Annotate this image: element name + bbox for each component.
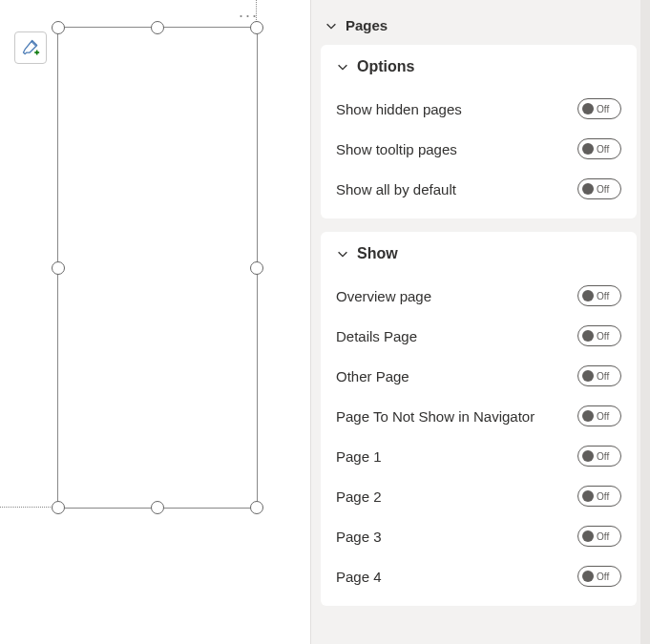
toggle-state: Off bbox=[597, 531, 609, 542]
show-row: Overview page Off bbox=[336, 276, 621, 316]
resize-handle-top-mid[interactable] bbox=[151, 21, 164, 34]
toggle-knob bbox=[582, 370, 594, 382]
show-label: Other Page bbox=[336, 368, 577, 384]
option-label: Show hidden pages bbox=[336, 101, 577, 117]
toggle-details-page[interactable]: Off bbox=[577, 325, 621, 346]
visual-selection-box[interactable] bbox=[57, 27, 258, 509]
option-row: Show all by default Off bbox=[336, 169, 621, 209]
show-row: Page 1 Off bbox=[336, 436, 621, 476]
toggle-state: Off bbox=[597, 371, 609, 382]
pages-section-title: Pages bbox=[346, 17, 388, 33]
toggle-knob bbox=[582, 103, 594, 114]
show-label: Details Page bbox=[336, 328, 577, 344]
show-card-title: Show bbox=[357, 245, 398, 262]
toggle-page-2[interactable]: Off bbox=[577, 486, 621, 507]
show-row: Page To Not Show in Navigator Off bbox=[336, 396, 621, 436]
toggle-state: Off bbox=[597, 411, 609, 422]
toggle-state: Off bbox=[597, 184, 609, 195]
toggle-show-all-default[interactable]: Off bbox=[577, 178, 621, 199]
toggle-state: Off bbox=[597, 571, 609, 582]
resize-handle-bottom-left[interactable] bbox=[52, 501, 65, 514]
options-card: Options Show hidden pages Off Show toolt… bbox=[321, 45, 637, 218]
toggle-knob bbox=[582, 290, 594, 301]
resize-handle-mid-right[interactable] bbox=[250, 261, 263, 275]
resize-handle-bottom-mid[interactable] bbox=[151, 501, 164, 514]
toggle-state: Off bbox=[597, 104, 609, 114]
toggle-knob bbox=[582, 183, 594, 195]
toggle-knob bbox=[582, 490, 594, 502]
resize-handle-bottom-right[interactable] bbox=[250, 501, 263, 514]
toggle-knob bbox=[582, 143, 594, 155]
resize-handle-mid-left[interactable] bbox=[52, 261, 65, 275]
pages-section-header[interactable]: Pages bbox=[321, 8, 646, 45]
toggle-state: Off bbox=[597, 291, 609, 301]
toggle-knob bbox=[582, 410, 594, 422]
toggle-state: Off bbox=[597, 491, 609, 502]
resize-handle-top-right[interactable] bbox=[250, 21, 263, 34]
show-row: Other Page Off bbox=[336, 356, 621, 396]
option-label: Show all by default bbox=[336, 181, 577, 197]
show-row: Page 2 Off bbox=[336, 476, 621, 516]
toggle-page-1[interactable]: Off bbox=[577, 446, 621, 467]
panel-scrollbar[interactable] bbox=[640, 0, 650, 644]
toggle-knob bbox=[582, 330, 594, 342]
format-panel: Pages Options Show hidden pages Off Show… bbox=[310, 0, 650, 644]
paintbrush-icon bbox=[21, 38, 40, 57]
toggle-knob bbox=[582, 450, 594, 462]
toggle-state: Off bbox=[597, 144, 609, 155]
show-card: Show Overview page Off Details Page Off … bbox=[321, 232, 637, 606]
toggle-overview-page[interactable]: Off bbox=[577, 285, 621, 306]
show-label: Page 1 bbox=[336, 448, 577, 465]
show-label: Page To Not Show in Navigator bbox=[336, 408, 577, 425]
toggle-state: Off bbox=[597, 451, 609, 462]
options-card-title: Options bbox=[357, 58, 414, 75]
toggle-show-tooltip-pages[interactable]: Off bbox=[577, 138, 621, 159]
option-label: Show tooltip pages bbox=[336, 141, 577, 157]
resize-handle-top-left[interactable] bbox=[52, 21, 65, 34]
toggle-knob bbox=[582, 571, 594, 582]
chevron-down-icon bbox=[336, 60, 349, 73]
show-label: Page 2 bbox=[336, 488, 577, 505]
option-row: Show hidden pages Off bbox=[336, 89, 621, 129]
show-card-header[interactable]: Show bbox=[336, 245, 621, 262]
option-row: Show tooltip pages Off bbox=[336, 129, 621, 169]
toggle-knob bbox=[582, 530, 594, 542]
options-card-header[interactable]: Options bbox=[336, 58, 621, 75]
show-row: Details Page Off bbox=[336, 316, 621, 356]
toggle-state: Off bbox=[597, 331, 609, 342]
show-label: Overview page bbox=[336, 288, 577, 304]
toggle-other-page[interactable]: Off bbox=[577, 365, 621, 386]
show-label: Page 3 bbox=[336, 529, 577, 545]
toggle-page-4[interactable]: Off bbox=[577, 566, 621, 587]
show-row: Page 4 Off bbox=[336, 556, 621, 596]
toggle-page-not-show[interactable]: Off bbox=[577, 405, 621, 426]
format-paint-button[interactable] bbox=[14, 31, 47, 64]
chevron-down-icon bbox=[325, 19, 338, 32]
chevron-down-icon bbox=[336, 247, 349, 260]
show-label: Page 4 bbox=[336, 569, 577, 585]
toggle-show-hidden-pages[interactable]: Off bbox=[577, 98, 621, 119]
toggle-page-3[interactable]: Off bbox=[577, 526, 621, 547]
canvas-area: ··· bbox=[0, 0, 310, 644]
show-row: Page 3 Off bbox=[336, 516, 621, 556]
